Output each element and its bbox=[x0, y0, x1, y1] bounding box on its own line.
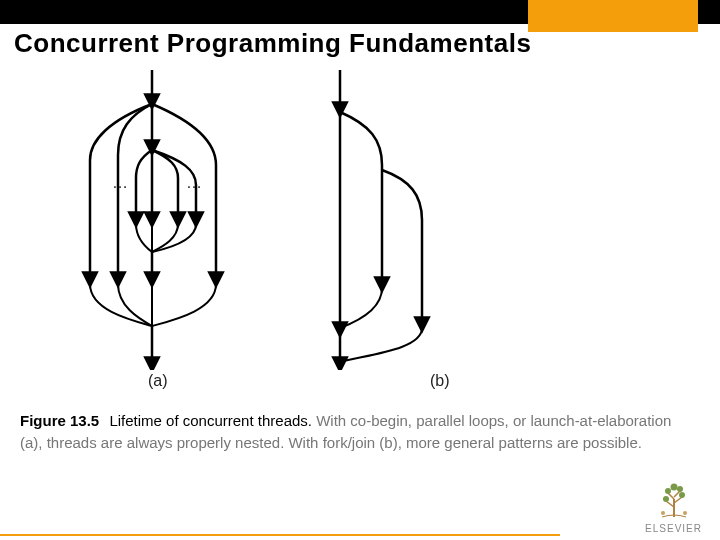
publisher-brand: ELSEVIER bbox=[645, 477, 702, 534]
svg-point-17 bbox=[683, 511, 687, 515]
elsevier-tree-icon bbox=[652, 477, 696, 521]
figure-area: … … (a) (b) bbox=[0, 70, 720, 400]
diagram-a-svg bbox=[70, 70, 290, 370]
svg-point-14 bbox=[677, 486, 683, 492]
figure-number: Figure 13.5 bbox=[20, 412, 99, 429]
publisher-name: ELSEVIER bbox=[645, 523, 702, 534]
page-title: Concurrent Programming Fundamentals bbox=[14, 28, 531, 59]
diagram-b-svg bbox=[310, 70, 470, 370]
svg-point-12 bbox=[679, 492, 685, 498]
header-orange-block bbox=[528, 0, 698, 32]
figure-caption: Figure 13.5 Lifetime of concurrent threa… bbox=[20, 410, 690, 454]
svg-point-15 bbox=[670, 484, 677, 491]
svg-point-11 bbox=[663, 496, 669, 502]
diagram-b: (b) bbox=[310, 70, 470, 374]
figure-title: Lifetime of concurrent threads. bbox=[109, 412, 312, 429]
footer-orange-rule bbox=[0, 534, 560, 536]
diagram-a: … … (a) bbox=[70, 70, 290, 374]
diagram-b-label: (b) bbox=[430, 372, 450, 390]
ellipsis-left: … bbox=[112, 174, 128, 192]
diagram-a-label: (a) bbox=[148, 372, 168, 390]
svg-point-13 bbox=[665, 488, 671, 494]
ellipsis-right: … bbox=[186, 174, 202, 192]
svg-point-16 bbox=[661, 511, 665, 515]
